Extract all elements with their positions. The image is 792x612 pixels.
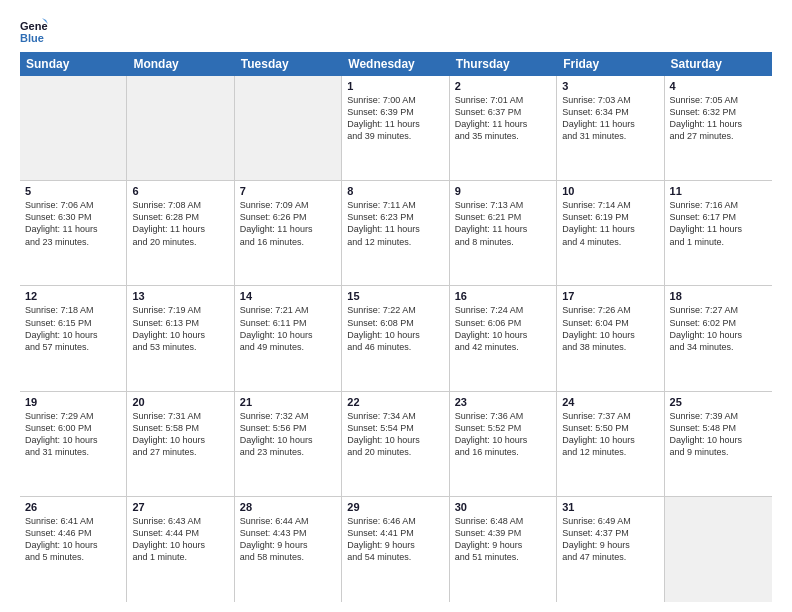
day-number: 30 [455,501,551,513]
calendar-header: SundayMondayTuesdayWednesdayThursdayFrid… [20,52,772,76]
day-number: 28 [240,501,336,513]
day-cell-11: 11Sunrise: 7:16 AMSunset: 6:17 PMDayligh… [665,181,772,285]
cell-info: Sunrise: 7:14 AMSunset: 6:19 PMDaylight:… [562,199,658,248]
day-number: 22 [347,396,443,408]
day-number: 23 [455,396,551,408]
cell-info: Sunrise: 7:11 AMSunset: 6:23 PMDaylight:… [347,199,443,248]
day-cell-25: 25Sunrise: 7:39 AMSunset: 5:48 PMDayligh… [665,392,772,496]
day-cell-2: 2Sunrise: 7:01 AMSunset: 6:37 PMDaylight… [450,76,557,180]
header: General Blue [20,16,772,44]
day-number: 29 [347,501,443,513]
cell-info: Sunrise: 7:39 AMSunset: 5:48 PMDaylight:… [670,410,767,459]
header-day-tuesday: Tuesday [235,52,342,76]
day-cell-10: 10Sunrise: 7:14 AMSunset: 6:19 PMDayligh… [557,181,664,285]
day-cell-29: 29Sunrise: 6:46 AMSunset: 4:41 PMDayligh… [342,497,449,602]
cell-info: Sunrise: 7:03 AMSunset: 6:34 PMDaylight:… [562,94,658,143]
cell-info: Sunrise: 6:44 AMSunset: 4:43 PMDaylight:… [240,515,336,564]
day-cell-5: 5Sunrise: 7:06 AMSunset: 6:30 PMDaylight… [20,181,127,285]
header-day-wednesday: Wednesday [342,52,449,76]
cell-info: Sunrise: 7:09 AMSunset: 6:26 PMDaylight:… [240,199,336,248]
header-day-sunday: Sunday [20,52,127,76]
calendar-body: 1Sunrise: 7:00 AMSunset: 6:39 PMDaylight… [20,76,772,602]
week-row-1: 5Sunrise: 7:06 AMSunset: 6:30 PMDaylight… [20,181,772,286]
day-number: 12 [25,290,121,302]
day-number: 16 [455,290,551,302]
day-cell-13: 13Sunrise: 7:19 AMSunset: 6:13 PMDayligh… [127,286,234,390]
day-cell-3: 3Sunrise: 7:03 AMSunset: 6:34 PMDaylight… [557,76,664,180]
header-day-friday: Friday [557,52,664,76]
cell-info: Sunrise: 7:08 AMSunset: 6:28 PMDaylight:… [132,199,228,248]
cell-info: Sunrise: 7:16 AMSunset: 6:17 PMDaylight:… [670,199,767,248]
day-number: 14 [240,290,336,302]
day-cell-16: 16Sunrise: 7:24 AMSunset: 6:06 PMDayligh… [450,286,557,390]
svg-text:General: General [20,20,48,32]
cell-info: Sunrise: 7:13 AMSunset: 6:21 PMDaylight:… [455,199,551,248]
day-cell-12: 12Sunrise: 7:18 AMSunset: 6:15 PMDayligh… [20,286,127,390]
cell-info: Sunrise: 7:26 AMSunset: 6:04 PMDaylight:… [562,304,658,353]
cell-info: Sunrise: 7:22 AMSunset: 6:08 PMDaylight:… [347,304,443,353]
day-cell-15: 15Sunrise: 7:22 AMSunset: 6:08 PMDayligh… [342,286,449,390]
calendar: SundayMondayTuesdayWednesdayThursdayFrid… [20,52,772,602]
day-number: 20 [132,396,228,408]
cell-info: Sunrise: 7:27 AMSunset: 6:02 PMDaylight:… [670,304,767,353]
day-number: 27 [132,501,228,513]
cell-info: Sunrise: 7:34 AMSunset: 5:54 PMDaylight:… [347,410,443,459]
cell-info: Sunrise: 6:49 AMSunset: 4:37 PMDaylight:… [562,515,658,564]
day-number: 21 [240,396,336,408]
cell-info: Sunrise: 7:37 AMSunset: 5:50 PMDaylight:… [562,410,658,459]
day-cell-7: 7Sunrise: 7:09 AMSunset: 6:26 PMDaylight… [235,181,342,285]
day-number: 3 [562,80,658,92]
day-cell-4: 4Sunrise: 7:05 AMSunset: 6:32 PMDaylight… [665,76,772,180]
day-number: 11 [670,185,767,197]
day-cell-9: 9Sunrise: 7:13 AMSunset: 6:21 PMDaylight… [450,181,557,285]
empty-cell [127,76,234,180]
svg-text:Blue: Blue [20,32,44,44]
cell-info: Sunrise: 6:48 AMSunset: 4:39 PMDaylight:… [455,515,551,564]
day-cell-26: 26Sunrise: 6:41 AMSunset: 4:46 PMDayligh… [20,497,127,602]
cell-info: Sunrise: 6:41 AMSunset: 4:46 PMDaylight:… [25,515,121,564]
logo: General Blue [20,16,52,44]
day-number: 17 [562,290,658,302]
day-cell-20: 20Sunrise: 7:31 AMSunset: 5:58 PMDayligh… [127,392,234,496]
cell-info: Sunrise: 7:36 AMSunset: 5:52 PMDaylight:… [455,410,551,459]
day-cell-19: 19Sunrise: 7:29 AMSunset: 6:00 PMDayligh… [20,392,127,496]
cell-info: Sunrise: 6:46 AMSunset: 4:41 PMDaylight:… [347,515,443,564]
day-number: 26 [25,501,121,513]
day-number: 8 [347,185,443,197]
day-number: 9 [455,185,551,197]
day-cell-27: 27Sunrise: 6:43 AMSunset: 4:44 PMDayligh… [127,497,234,602]
day-cell-21: 21Sunrise: 7:32 AMSunset: 5:56 PMDayligh… [235,392,342,496]
cell-info: Sunrise: 7:32 AMSunset: 5:56 PMDaylight:… [240,410,336,459]
cell-info: Sunrise: 7:05 AMSunset: 6:32 PMDaylight:… [670,94,767,143]
cell-info: Sunrise: 7:24 AMSunset: 6:06 PMDaylight:… [455,304,551,353]
header-day-thursday: Thursday [450,52,557,76]
day-number: 31 [562,501,658,513]
day-number: 18 [670,290,767,302]
week-row-2: 12Sunrise: 7:18 AMSunset: 6:15 PMDayligh… [20,286,772,391]
cell-info: Sunrise: 7:19 AMSunset: 6:13 PMDaylight:… [132,304,228,353]
day-number: 24 [562,396,658,408]
day-number: 19 [25,396,121,408]
day-number: 1 [347,80,443,92]
cell-info: Sunrise: 7:00 AMSunset: 6:39 PMDaylight:… [347,94,443,143]
week-row-0: 1Sunrise: 7:00 AMSunset: 6:39 PMDaylight… [20,76,772,181]
header-day-monday: Monday [127,52,234,76]
day-cell-14: 14Sunrise: 7:21 AMSunset: 6:11 PMDayligh… [235,286,342,390]
empty-cell [665,497,772,602]
day-cell-1: 1Sunrise: 7:00 AMSunset: 6:39 PMDaylight… [342,76,449,180]
day-cell-18: 18Sunrise: 7:27 AMSunset: 6:02 PMDayligh… [665,286,772,390]
day-number: 15 [347,290,443,302]
cell-info: Sunrise: 7:29 AMSunset: 6:00 PMDaylight:… [25,410,121,459]
empty-cell [235,76,342,180]
cell-info: Sunrise: 7:06 AMSunset: 6:30 PMDaylight:… [25,199,121,248]
day-number: 13 [132,290,228,302]
day-cell-22: 22Sunrise: 7:34 AMSunset: 5:54 PMDayligh… [342,392,449,496]
day-cell-30: 30Sunrise: 6:48 AMSunset: 4:39 PMDayligh… [450,497,557,602]
day-cell-6: 6Sunrise: 7:08 AMSunset: 6:28 PMDaylight… [127,181,234,285]
header-day-saturday: Saturday [665,52,772,76]
day-cell-23: 23Sunrise: 7:36 AMSunset: 5:52 PMDayligh… [450,392,557,496]
cell-info: Sunrise: 7:18 AMSunset: 6:15 PMDaylight:… [25,304,121,353]
day-number: 7 [240,185,336,197]
cell-info: Sunrise: 7:01 AMSunset: 6:37 PMDaylight:… [455,94,551,143]
day-cell-17: 17Sunrise: 7:26 AMSunset: 6:04 PMDayligh… [557,286,664,390]
